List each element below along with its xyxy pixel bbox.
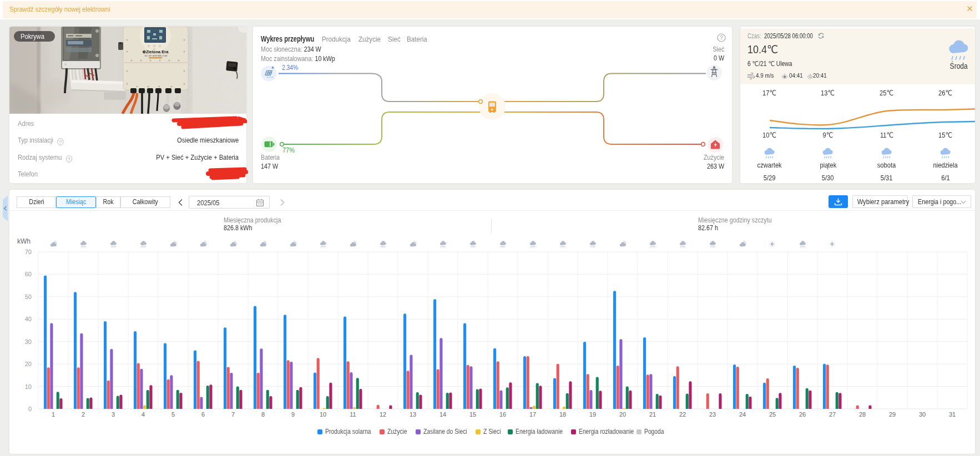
svg-text:17: 17: [529, 411, 536, 418]
svg-text:18: 18: [559, 411, 566, 418]
svg-text:29: 29: [889, 411, 896, 418]
svg-text:20: 20: [25, 361, 32, 367]
svg-text:5: 5: [171, 411, 175, 418]
svg-text:14: 14: [440, 411, 446, 418]
svg-text:23: 23: [709, 411, 716, 418]
svg-text:3: 3: [112, 411, 115, 418]
svg-text:4: 4: [142, 411, 145, 418]
svg-text:12: 12: [380, 411, 386, 418]
svg-text:30: 30: [919, 411, 926, 418]
svg-text:2: 2: [82, 411, 85, 418]
svg-text:30: 30: [25, 338, 32, 345]
svg-text:22: 22: [679, 411, 686, 418]
svg-text:9: 9: [291, 411, 295, 418]
svg-text:?: ?: [720, 35, 723, 41]
svg-text:24: 24: [739, 411, 746, 418]
svg-text:19: 19: [589, 411, 596, 418]
svg-text:6: 6: [201, 411, 205, 418]
svg-text:10: 10: [320, 411, 326, 418]
svg-text:50: 50: [25, 293, 32, 300]
svg-text:16: 16: [499, 411, 506, 418]
svg-text:kWh: kWh: [17, 237, 31, 245]
svg-text:10: 10: [25, 383, 32, 390]
svg-text:60: 60: [25, 271, 32, 277]
svg-text:27: 27: [829, 411, 836, 418]
svg-text:28: 28: [859, 411, 866, 418]
svg-text:70: 70: [25, 249, 32, 255]
svg-text:7: 7: [231, 411, 235, 418]
svg-text:77%: 77%: [282, 146, 295, 154]
svg-text:13: 13: [410, 411, 416, 418]
svg-text:25: 25: [769, 411, 776, 418]
svg-text:40: 40: [25, 316, 32, 322]
svg-text:MOC SWIT JASNE PANEL SOLAR: MOC SWIT JASNE PANEL SOLAR: [145, 55, 168, 57]
svg-text:0: 0: [28, 406, 32, 412]
svg-text:⊕Zielona Era: ⊕Zielona Era: [143, 49, 169, 54]
svg-text:2.34%: 2.34%: [282, 64, 298, 72]
svg-text:26: 26: [799, 411, 806, 418]
svg-text:20: 20: [619, 411, 626, 418]
svg-text:11: 11: [350, 411, 356, 418]
svg-text:31: 31: [949, 411, 956, 418]
svg-text:1: 1: [52, 411, 55, 418]
svg-text:15: 15: [469, 411, 476, 418]
svg-text:21: 21: [649, 411, 656, 418]
svg-text:8: 8: [261, 411, 265, 418]
